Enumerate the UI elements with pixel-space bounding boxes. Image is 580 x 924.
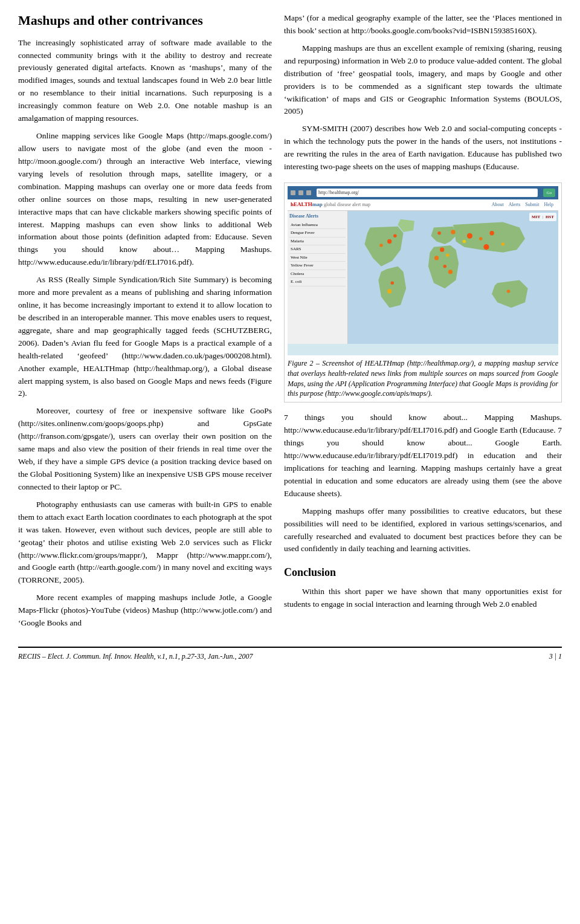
right-para-2: Mapping mashups are thus an excellent ex…	[284, 42, 562, 118]
figure-2: http://healthmap.org/ Go hEALTHmap globa…	[284, 183, 562, 402]
sidebar-item-3: Malaria	[289, 237, 346, 246]
right-column: Maps’ (for a medical geography example o…	[284, 12, 562, 635]
figure-2-caption: Figure 2 – Screenshot of HEALTHmap (http…	[288, 358, 558, 399]
left-para-2: Online mapping services like Google Maps…	[18, 130, 272, 269]
healthmap-nav: About Alerts Submit Help	[490, 201, 555, 208]
left-column-body: The increasingly sophisticated array of …	[18, 37, 272, 630]
svg-point-12	[446, 253, 449, 256]
right-after-fig-para-1: 7 things you should know about... Mappin…	[284, 412, 562, 500]
sidebar-item-7: Cholera	[289, 270, 346, 279]
browser-btn-1	[291, 190, 295, 195]
sidebar-item-2: Dengue Fever	[289, 229, 346, 237]
world-map-svg	[348, 211, 558, 344]
healthmap-screenshot: http://healthmap.org/ Go hEALTHmap globa…	[288, 186, 558, 355]
browser-btn-3	[306, 190, 311, 195]
nav-item-3: Submit	[525, 202, 539, 207]
right-column-body: Maps’ (for a medical geography example o…	[284, 12, 562, 173]
sidebar-item-5: West Nile	[289, 254, 346, 262]
svg-point-14	[467, 233, 472, 238]
left-para-4: Moreover, courtesy of free or inexpensiv…	[18, 405, 272, 493]
svg-point-8	[387, 239, 392, 243]
right-after-fig-para-2: Mapping mashups offer many possibilities…	[284, 505, 562, 556]
svg-point-20	[391, 281, 394, 284]
healthmap-sidebar: Disease Alerts Avian Influenza Dengue Fe…	[288, 211, 348, 344]
left-para-1: The increasingly sophisticated array of …	[18, 37, 272, 125]
sidebar-item-8: E. coli	[289, 278, 346, 286]
nav-item-4: Help	[544, 202, 553, 207]
sidebar-item-6: Yellow Fever	[289, 262, 346, 270]
footer-journal-info: RECIIS – Elect. J. Commun. Inf. Innov. H…	[18, 651, 253, 662]
svg-point-15	[479, 237, 482, 240]
browser-btn-2	[298, 190, 303, 195]
conclusion-para-1: Within this short paper we have shown th…	[284, 586, 562, 611]
svg-point-17	[501, 242, 504, 245]
sidebar-item-1: Avian Influenza	[289, 221, 346, 230]
left-para-3: As RSS (Really Simple Syndication/Rich S…	[18, 274, 272, 400]
footer: RECIIS – Elect. J. Commun. Inf. Innov. H…	[18, 647, 562, 665]
svg-point-10	[393, 234, 396, 237]
left-para-5: Photography enthusiasts can use cameras …	[18, 499, 272, 587]
healthmap-browser-bar: http://healthmap.org/ Go	[288, 186, 558, 199]
footer-page-number: 3 | 1	[549, 651, 562, 662]
healthmap-title-bar: hEALTHmap global disease alert map About…	[288, 199, 558, 211]
page-container: Mashups and other contrivances The incre…	[0, 0, 580, 924]
browser-go: Go	[543, 189, 555, 197]
healthmap-body: Disease Alerts Avian Influenza Dengue Fe…	[288, 211, 558, 344]
left-column: Mashups and other contrivances The incre…	[18, 12, 272, 635]
article-title: Mashups and other contrivances	[18, 12, 272, 30]
svg-point-16	[489, 231, 494, 235]
right-para-3: SYM-SMITH (2007) describes how Web 2.0 a…	[284, 123, 562, 173]
nav-item-2: Alerts	[509, 202, 521, 207]
conclusion-section: Conclusion Within this short paper we ha…	[284, 564, 562, 611]
content-area: Mashups and other contrivances The incre…	[0, 0, 580, 635]
svg-point-23	[448, 270, 453, 274]
svg-point-22	[443, 264, 446, 267]
sidebar-item-4: SARS	[289, 245, 346, 254]
svg-point-19	[507, 289, 510, 292]
svg-point-25	[437, 231, 440, 234]
healthmap-logos: MIT | HST	[529, 213, 556, 222]
healthmap-map-area: MIT | HST	[348, 211, 558, 344]
figure-2-image: http://healthmap.org/ Go hEALTHmap globa…	[288, 186, 558, 355]
right-after-figure-body: 7 things you should know about... Mappin…	[284, 412, 562, 555]
svg-point-9	[379, 244, 382, 247]
healthmap-site-title: hEALTHmap global disease alert map	[291, 201, 370, 209]
svg-point-26	[451, 230, 455, 234]
conclusion-title: Conclusion	[284, 564, 562, 581]
nav-item-1: About	[492, 202, 504, 207]
svg-point-18	[483, 244, 489, 250]
svg-point-13	[434, 256, 439, 260]
right-para-1: Maps’ (for a medical geography example o…	[284, 12, 562, 37]
svg-point-21	[387, 289, 392, 293]
svg-point-24	[463, 239, 466, 242]
browser-url: http://healthmap.org/	[317, 189, 538, 197]
svg-point-11	[440, 247, 444, 251]
left-para-6: More recent examples of mapping mashups …	[18, 592, 272, 630]
sidebar-heading: Disease Alerts	[289, 213, 346, 220]
